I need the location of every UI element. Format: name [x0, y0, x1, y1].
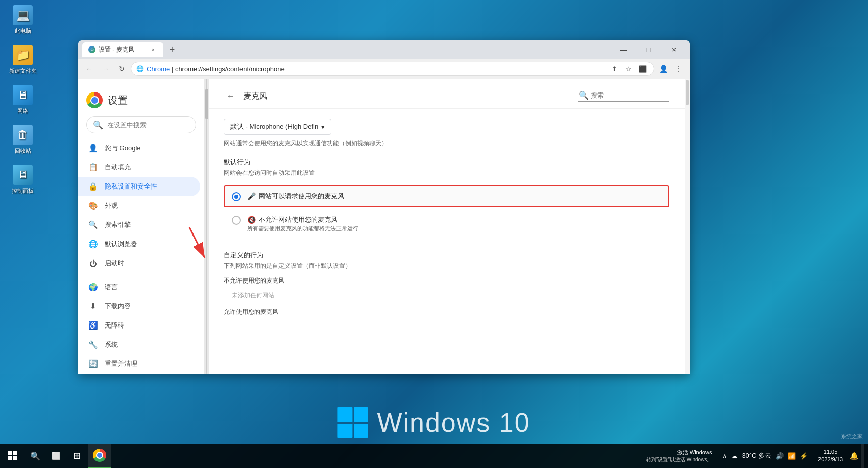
bookmark-icon[interactable]: ☆ [622, 63, 635, 75]
taskbar-search-button[interactable]: 🔍 [25, 444, 45, 468]
maximize-button[interactable]: □ [637, 40, 660, 59]
close-button[interactable]: × [662, 40, 686, 59]
forward-button[interactable]: → [99, 62, 113, 76]
radio-option-allow[interactable]: 🎤 网站可以请求使用您的麦克风 [224, 185, 669, 207]
sidebar-item-autofill[interactable]: 📋 自动填充 [78, 158, 204, 177]
sidebar-label-system: 系统 [105, 340, 118, 349]
navigation-bar: ← → ↻ 🌐 Chrome | chrome://settings/conte… [78, 59, 690, 79]
sidebar-divider [78, 275, 204, 275]
folder-icon: 📁 [13, 45, 33, 65]
menu-button[interactable]: ⋮ [671, 62, 686, 76]
radio-option-deny[interactable]: 🔇 不允许网站使用您的麦克风 所有需要使用麦克风的功能都将无法正常运行 [224, 209, 669, 239]
settings-search-input[interactable] [107, 121, 192, 129]
address-bar[interactable]: 🌐 Chrome | chrome://settings/content/mic… [131, 62, 654, 76]
sidebar-item-downloads[interactable]: ⬇ 下载内容 [78, 297, 204, 316]
tab-title: 设置 - 麦克风 [99, 45, 134, 54]
task-view-button[interactable]: ⬜ [45, 444, 66, 468]
back-button[interactable]: ← [82, 62, 97, 76]
browser-tab[interactable]: ⚙ 设置 - 麦克风 × [82, 42, 163, 57]
language-nav-icon: 🌍 [88, 283, 98, 292]
desktop-icons: 💻 此电脑 📁 新建文件夹 🖥 网络 🗑 回收站 🖥 控制面板 [5, 5, 40, 195]
google-nav-icon: 👤 [88, 144, 98, 153]
network-label: 网络 [17, 107, 28, 115]
desktop: 💻 此电脑 📁 新建文件夹 🖥 网络 🗑 回收站 🖥 控制面板 Windows … [0, 0, 868, 468]
section-nav: ← 麦克风 🔍 [209, 79, 685, 109]
allow-label: 允许使用您的麦克风 [224, 308, 669, 316]
sidebar-label-default-browser: 默认浏览器 [105, 240, 137, 249]
start-button[interactable] [0, 444, 25, 468]
address-actions: ⬆ ☆ ⬛ [608, 63, 649, 75]
microphone-icon: 🎤 [247, 192, 256, 200]
title-bar-controls: — □ × [612, 40, 686, 59]
deny-label: 不允许使用您的麦克风 [224, 276, 669, 285]
activate-windows: 激活 Windows 转到"设置"以激活 Windows。 [646, 449, 712, 463]
sidebar-item-google[interactable]: 👤 您与 Google [78, 138, 204, 158]
main-scrollbar [685, 79, 690, 374]
section-back-button[interactable]: ← [224, 89, 238, 103]
new-tab-button[interactable]: + [165, 42, 179, 57]
radio-icon-label-deny: 🔇 不允许网站使用您的麦克风 [247, 215, 358, 224]
desktop-icon-recycle[interactable]: 🗑 回收站 [5, 125, 40, 155]
settings-search-box[interactable]: 🔍 [86, 116, 196, 133]
sidebar-label-google: 您与 Google [105, 144, 141, 153]
profile-button[interactable]: 👤 [656, 62, 670, 76]
folder-label: 新建文件夹 [9, 67, 37, 75]
up-arrow-icon[interactable]: ∧ [722, 452, 727, 460]
system-tray-icons: ∧ ☁ 30°C 多云 🔊 📶 ⚡ [718, 451, 812, 460]
section-search-box: 🔍 [578, 90, 669, 102]
dropdown-arrow-icon: ▾ [321, 123, 325, 131]
mic-content: 默认 - Microphone (High Defin ▾ 网站通常会使用您的麦… [209, 109, 685, 329]
sidebar-item-privacy[interactable]: 🔒 隐私设置和安全性 [78, 177, 200, 196]
recycle-label: 回收站 [15, 147, 31, 155]
desktop-icon-computer[interactable]: 💻 此电脑 [5, 5, 40, 35]
show-desktop-button[interactable] [861, 444, 864, 468]
address-url: chrome://settings/content/microphone [175, 65, 285, 73]
sidebar-item-reset[interactable]: 🔄 重置并清理 [78, 354, 204, 373]
sidebar-item-appearance[interactable]: 🎨 外观 [78, 196, 204, 215]
sidebar-item-accessibility[interactable]: ♿ 无障碍 [78, 316, 204, 335]
reset-nav-icon: 🔄 [88, 359, 98, 368]
windows-text: Windows 10 [377, 407, 530, 438]
scrollbar-thumb[interactable] [686, 80, 689, 105]
svg-rect-2 [8, 451, 12, 455]
taskbar-clock[interactable]: 11:05 2022/9/13 [814, 448, 847, 464]
sidebar-item-language[interactable]: 🌍 语言 [78, 277, 204, 297]
desktop-icon-network[interactable]: 🖥 网络 [5, 85, 40, 115]
volume-icon[interactable]: 🔊 [776, 452, 784, 460]
share-icon[interactable]: ⬆ [608, 63, 620, 75]
settings-search-icon: 🔍 [93, 120, 103, 130]
sidebar-label-appearance: 外观 [105, 201, 118, 210]
control-icon: 🖥 [13, 165, 33, 185]
default-mic-dropdown[interactable]: 默认 - Microphone (High Defin ▾ [224, 119, 331, 135]
watermark-text: 系统之家 [841, 433, 863, 440]
sidebar-scroll-thumb[interactable] [205, 89, 208, 119]
apps-grid-button[interactable]: ⊞ [66, 444, 88, 468]
notification-button[interactable]: 🔔 [849, 444, 859, 468]
network-tray-icon[interactable]: 📶 [788, 452, 796, 460]
settings-app-title: 设置 [108, 93, 128, 107]
privacy-nav-icon: 🔒 [88, 182, 98, 191]
desktop-icon-control[interactable]: 🖥 控制面板 [5, 165, 40, 195]
windows-start-icon [8, 451, 17, 460]
browser-window: ⚙ 设置 - 麦克风 × + — □ × ← → ↻ 🌐 Chrome | ch… [78, 40, 690, 374]
sidebar-item-system[interactable]: 🔧 系统 [78, 335, 204, 354]
minimize-button[interactable]: — [612, 40, 635, 59]
settings-main: ← 麦克风 🔍 默认 - Microphone (High Defin ▾ 网站… [209, 79, 685, 374]
taskbar-search-icon: 🔍 [30, 451, 40, 461]
sidebar-label-accessibility: 无障碍 [105, 321, 124, 330]
svg-rect-3 [13, 451, 17, 455]
section-search-input[interactable] [591, 91, 661, 99]
taskbar-chrome-app[interactable] [88, 444, 111, 468]
computer-label: 此电脑 [15, 27, 31, 35]
tab-close-button[interactable]: × [149, 45, 157, 54]
custom-sub: 下列网站采用的是自定义设置（而非默认设置） [224, 262, 669, 270]
extension-icon[interactable]: ⬛ [637, 63, 649, 75]
radio-circle-deny [232, 216, 241, 225]
address-text: Chrome | chrome://settings/content/micro… [147, 65, 605, 73]
recycle-icon: 🗑 [13, 125, 33, 145]
desktop-icon-folder[interactable]: 📁 新建文件夹 [5, 45, 40, 75]
temp-text: 30°C 多云 [742, 451, 771, 460]
refresh-button[interactable]: ↻ [115, 62, 129, 76]
downloads-nav-icon: ⬇ [88, 302, 98, 311]
section-search-icon: 🔍 [578, 90, 589, 100]
